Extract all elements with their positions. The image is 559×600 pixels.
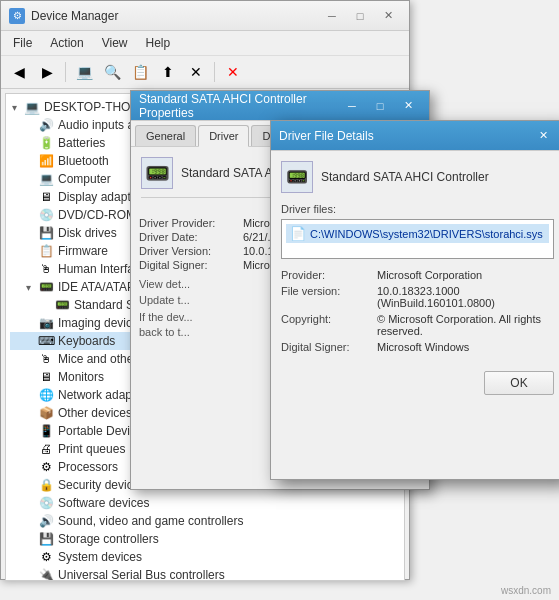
info-label-version: Driver Version: [139,245,239,257]
dm-close-button[interactable]: ✕ [375,6,401,26]
dfd-device-icon: 📟 [281,161,313,193]
tree-item-software[interactable]: 💿 Software devices [10,494,400,512]
dfd-label-signer: Digital Signer: [281,341,371,353]
print-icon: 🖨 [38,441,54,457]
dm-maximize-button[interactable]: □ [347,6,373,26]
tree-label-processors: Processors [58,460,118,474]
tree-toggle-root: ▾ [12,102,24,113]
usb-icon: 🔌 [38,567,54,581]
bluetooth-icon: 📶 [38,153,54,169]
tree-label-monitors: Monitors [58,370,104,384]
dfd-file-path: C:\WINDOWS\system32\DRIVERS\storahci.sys [310,228,543,240]
menu-file[interactable]: File [5,33,40,53]
toolbar-separator-2 [214,62,215,82]
props-minimize-button[interactable]: ─ [339,96,365,116]
dfd-file-item[interactable]: 📄 C:\WINDOWS\system32\DRIVERS\storahci.s… [286,224,549,243]
dfd-value-copyright: © Microsoft Corporation. All rights rese… [377,313,554,337]
tree-item-system[interactable]: ⚙ System devices [10,548,400,566]
dfd-info-row-provider: Provider: Microsoft Corporation [281,269,554,281]
toolbar-separator-1 [65,62,66,82]
tree-label-usb: Universal Serial Bus controllers [58,568,225,581]
dfd-titlebar: Driver File Details ✕ [271,121,559,151]
dm-titlebar: ⚙ Device Manager ─ □ ✕ [1,1,409,31]
tree-label-sound: Sound, video and game controllers [58,514,243,528]
menu-help[interactable]: Help [138,33,179,53]
dfd-value-provider: Microsoft Corporation [377,269,482,281]
tree-label-disk: Disk drives [58,226,117,240]
toolbar-uninstall-button[interactable]: ✕ [184,60,208,84]
dfd-close-button[interactable]: ✕ [530,126,556,146]
dfd-footer: OK [271,363,559,399]
dfd-title: Driver File Details [279,129,374,143]
security-icon: 🔒 [38,477,54,493]
tree-item-sound[interactable]: 🔊 Sound, video and game controllers [10,512,400,530]
dfd-label-provider: Provider: [281,269,371,281]
mice-icon: 🖱 [38,351,54,367]
dvd-icon: 💿 [38,207,54,223]
watermark: wsxdn.com [501,585,551,596]
toolbar-forward-button[interactable]: ▶ [35,60,59,84]
dfd-device-name: Standard SATA AHCI Controller [321,170,489,184]
toolbar-update-button[interactable]: ⬆ [156,60,180,84]
tree-label-print: Print queues [58,442,125,456]
firmware-icon: 📋 [38,243,54,259]
dm-toolbar: ◀ ▶ 💻 🔍 📋 ⬆ ✕ ✕ [1,56,409,89]
tree-label-software: Software devices [58,496,149,510]
toolbar-scan-button[interactable]: 🔍 [100,60,124,84]
toolbar-computer-button[interactable]: 💻 [72,60,96,84]
tab-general[interactable]: General [135,125,196,146]
toolbar-delete-button[interactable]: ✕ [221,60,245,84]
props-close-button[interactable]: ✕ [395,96,421,116]
audio-icon: 🔊 [38,117,54,133]
dm-title: Device Manager [31,9,118,23]
computer-icon: 💻 [24,99,40,115]
tree-label-computer: Computer [58,172,111,186]
menu-action[interactable]: Action [42,33,91,53]
battery-icon: 🔋 [38,135,54,151]
toolbar-props-button[interactable]: 📋 [128,60,152,84]
driver-file-details-dialog: Driver File Details ✕ 📟 Standard SATA AH… [270,120,559,480]
dfd-file-list: 📄 C:\WINDOWS\system32\DRIVERS\storahci.s… [281,219,554,259]
tree-label-bluetooth: Bluetooth [58,154,109,168]
tree-label-firmware: Firmware [58,244,108,258]
tree-label-storage: Storage controllers [58,532,159,546]
dfd-info-row-signer: Digital Signer: Microsoft Windows [281,341,554,353]
disk-icon: 💾 [38,225,54,241]
dfd-info-row-fileversion: File version: 10.0.18323.1000 (WinBuild.… [281,285,554,309]
dfd-info-row-copyright: Copyright: © Microsoft Corporation. All … [281,313,554,337]
props-title: Standard SATA AHCI Controller Properties [139,92,339,120]
imaging-icon: 📷 [38,315,54,331]
dfd-file-icon: 📄 [290,226,306,241]
info-label-provider: Driver Provider: [139,217,239,229]
computer-sub-icon: 💻 [38,171,54,187]
tree-item-usb[interactable]: 🔌 Universal Serial Bus controllers [10,566,400,581]
dfd-info-rows: Provider: Microsoft Corporation File ver… [281,269,554,353]
dm-minimize-button[interactable]: ─ [319,6,345,26]
keyboard-icon: ⌨ [38,333,54,349]
dfd-label-fileversion: File version: [281,285,371,309]
hid-icon: 🖱 [38,261,54,277]
tree-label-system: System devices [58,550,142,564]
dfd-ok-button[interactable]: OK [484,371,554,395]
props-titlebar: Standard SATA AHCI Controller Properties… [131,91,429,121]
toolbar-back-button[interactable]: ◀ [7,60,31,84]
menu-view[interactable]: View [94,33,136,53]
sound-icon: 🔊 [38,513,54,529]
tab-driver[interactable]: Driver [198,125,249,147]
tree-item-storage[interactable]: 💾 Storage controllers [10,530,400,548]
software-icon: 💿 [38,495,54,511]
props-maximize-button[interactable]: □ [367,96,393,116]
other-icon: 📦 [38,405,54,421]
storage-icon: 💾 [38,531,54,547]
dfd-value-fileversion: 10.0.18323.1000 (WinBuild.160101.0800) [377,285,554,309]
props-device-icon: 📟 [141,157,173,189]
ide-icon: 📟 [38,279,54,295]
monitors-icon: 🖥 [38,369,54,385]
network-icon: 🌐 [38,387,54,403]
dfd-content: 📟 Standard SATA AHCI Controller Driver f… [271,151,559,363]
tree-label-other: Other devices [58,406,132,420]
dm-window-icon: ⚙ [9,8,25,24]
sata-icon: 📟 [54,297,70,313]
tree-label-keyboards: Keyboards [58,334,115,348]
dfd-value-signer: Microsoft Windows [377,341,469,353]
